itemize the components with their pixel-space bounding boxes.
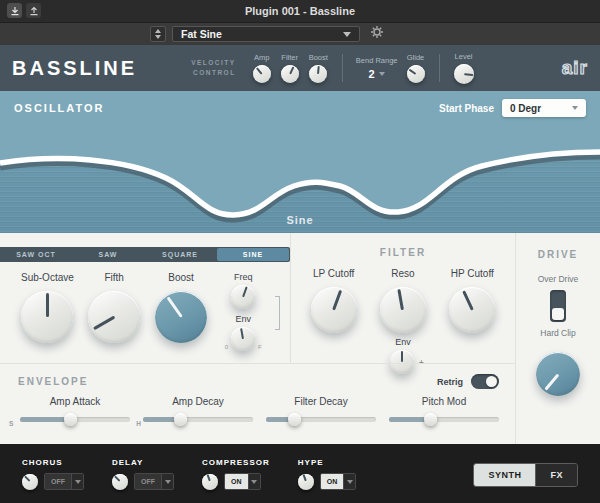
velocity-amp-knob[interactable] [253, 65, 271, 83]
osc-mix-panel: SAW OCT SAW SQUARE SINE Sub-Octave Fifth [0, 233, 290, 363]
velocity-filter-knob[interactable] [281, 65, 299, 83]
bend-range-dropdown[interactable]: 2 [356, 68, 398, 80]
upload-icon [29, 2, 39, 20]
pitch-mod-slider[interactable] [389, 417, 499, 422]
start-phase-label: Start Phase [439, 103, 494, 114]
osc-mod-column: Freq Env 0 F [214, 272, 280, 356]
reso-knob[interactable] [380, 287, 426, 333]
fifth-label: Fifth [81, 272, 148, 283]
slider-handle[interactable] [424, 413, 437, 426]
chevron-down-icon[interactable] [71, 474, 83, 489]
level-knob-label: Level [454, 52, 474, 61]
bend-range-value: 2 [369, 68, 375, 80]
chevron-down-icon [379, 72, 385, 76]
header-divider [342, 54, 343, 82]
retrig-label: Retrig [437, 377, 463, 387]
start-phase-dropdown[interactable]: 0 Degr [502, 99, 586, 117]
filter-panel: FILTER LP Cutoff Reso HP Cutoff [290, 233, 515, 363]
osc-env-knob[interactable] [231, 327, 255, 351]
filter-env-label: Env [291, 337, 515, 347]
retrig-toggle[interactable] [471, 374, 499, 389]
level-knob[interactable] [454, 64, 474, 84]
hp-cutoff-knob[interactable] [449, 287, 495, 333]
wave-tab-saw[interactable]: SAW [72, 247, 144, 262]
velocity-boost-knob[interactable] [309, 65, 327, 83]
boost-knob-label: Boost [309, 53, 328, 62]
chevron-down-icon[interactable] [161, 474, 173, 489]
export-preset-button[interactable] [26, 3, 41, 18]
pitch-mod-label: Pitch Mod [389, 396, 499, 407]
chevron-down-icon[interactable] [248, 474, 260, 489]
fx-bar: CHORUS OFF DELAY OFF COMPRESSOR [0, 444, 600, 503]
chevron-down-icon[interactable] [343, 474, 355, 489]
chorus-label: CHORUS [22, 458, 84, 467]
amp-attack-slider[interactable] [20, 417, 130, 422]
import-preset-button[interactable] [7, 3, 22, 18]
filter-decay-label: Filter Decay [266, 396, 376, 407]
velocity-control-label: VELOCITY CONTROL [191, 58, 236, 79]
oscillator-section: OSCILLATOR Start Phase 0 Degr Sine [0, 91, 600, 233]
glide-knob-label: Glide [407, 53, 425, 62]
compressor-module: COMPRESSOR ON [202, 458, 270, 490]
preset-bar: Fat Sine [0, 23, 600, 45]
slider-handle[interactable] [288, 413, 301, 426]
freq-label: Freq [214, 272, 272, 282]
hype-module: HYPE ON [298, 458, 357, 490]
chorus-knob[interactable] [22, 474, 38, 490]
chevron-down-icon [343, 32, 351, 37]
amp-attack-label: Amp Attack [20, 396, 130, 407]
hype-state-button[interactable]: ON [320, 473, 357, 490]
preset-next-icon[interactable] [155, 35, 161, 39]
preset-stepper[interactable] [150, 26, 166, 42]
osc-boost-label: Boost [148, 272, 215, 283]
compressor-knob[interactable] [202, 474, 218, 490]
chorus-state-value: OFF [45, 474, 71, 489]
freq-knob[interactable] [231, 285, 255, 309]
hp-cutoff-label: HP Cutoff [440, 268, 504, 279]
preset-name: Fat Sine [181, 28, 222, 40]
hype-label: HYPE [298, 458, 357, 467]
wave-tab-square[interactable]: SQUARE [144, 247, 216, 262]
sub-octave-knob[interactable] [21, 291, 73, 343]
tab-synth[interactable]: SYNTH [474, 464, 535, 486]
start-phase-value: 0 Degr [510, 103, 541, 114]
waveform-display: Sine [0, 121, 600, 233]
delay-module: DELAY OFF [112, 458, 174, 490]
chorus-state-button[interactable]: OFF [44, 473, 84, 490]
wave-tab-sine[interactable]: SINE [217, 248, 289, 261]
toggle-handle [552, 308, 564, 320]
fifth-knob[interactable] [88, 291, 140, 343]
hype-knob[interactable] [298, 474, 314, 490]
preset-dropdown[interactable]: Fat Sine [172, 26, 360, 42]
filter-decay-slider[interactable] [266, 417, 376, 422]
drive-mode-toggle[interactable] [550, 290, 566, 322]
slider-handle[interactable] [64, 413, 77, 426]
compressor-label: COMPRESSOR [202, 458, 270, 467]
chevron-down-icon [572, 106, 578, 110]
slider-fill [20, 417, 70, 422]
delay-state-value: OFF [135, 474, 161, 489]
preset-prev-icon[interactable] [155, 29, 161, 33]
titlebar: Plugin 001 - Bassline [0, 0, 600, 23]
env-max-label: F [258, 343, 262, 351]
settings-button[interactable] [370, 25, 384, 43]
drive-amount-knob[interactable] [536, 352, 580, 396]
over-drive-label: Over Drive [516, 274, 600, 284]
compressor-state-button[interactable]: ON [224, 473, 261, 490]
lp-cutoff-knob[interactable] [311, 287, 357, 333]
delay-state-button[interactable]: OFF [134, 473, 174, 490]
wave-tab-saw-oct[interactable]: SAW OCT [0, 247, 72, 262]
amp-decay-slider[interactable] [143, 417, 253, 422]
compressor-state-value: ON [225, 474, 248, 489]
osc-boost-knob[interactable] [155, 291, 207, 343]
tab-fx[interactable]: FX [535, 464, 577, 486]
drive-title: DRIVE [516, 249, 600, 260]
glide-knob[interactable] [407, 65, 425, 83]
env-min-label: 0 [225, 343, 228, 351]
delay-knob[interactable] [112, 474, 128, 490]
bassline-logo: BASSLINE [12, 57, 137, 80]
air-brand-logo: air [562, 57, 588, 79]
slider-handle[interactable] [174, 413, 187, 426]
mod-routing-bracket [275, 296, 280, 330]
wave-selector: SAW OCT SAW SQUARE SINE [0, 247, 290, 262]
